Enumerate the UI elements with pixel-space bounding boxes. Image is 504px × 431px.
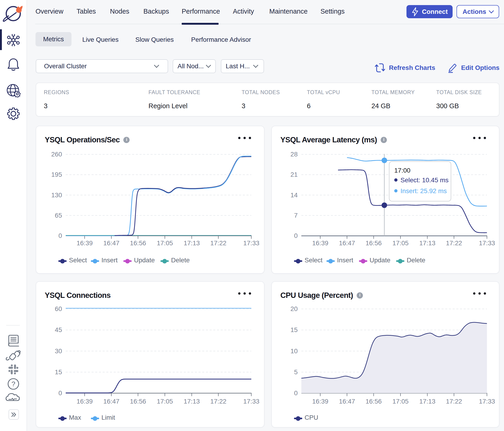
svg-text:17:13: 17:13 (183, 398, 200, 405)
svg-text:15: 15 (55, 368, 62, 376)
svg-text:16:56: 16:56 (365, 398, 382, 405)
svg-text:16:47: 16:47 (339, 398, 355, 405)
svg-text:16:47: 16:47 (339, 239, 355, 247)
svg-text:20: 20 (290, 305, 298, 312)
svg-text:17:33: 17:33 (479, 239, 495, 247)
svg-text:16:39: 16:39 (312, 398, 328, 405)
svg-text:0: 0 (294, 232, 298, 239)
svg-text:17:22: 17:22 (446, 239, 462, 247)
svg-text:65: 65 (55, 212, 62, 219)
svg-text:?: ? (11, 380, 16, 388)
svg-text:16:56: 16:56 (130, 398, 146, 405)
svg-text:16:56: 16:56 (365, 239, 382, 247)
svg-text:Insert: 25.92 ms: Insert: 25.92 ms (400, 187, 447, 194)
svg-text:17:22: 17:22 (446, 398, 462, 405)
svg-text:15: 15 (290, 326, 298, 333)
svg-text:17:13: 17:13 (419, 239, 435, 247)
svg-text:14: 14 (290, 192, 298, 199)
svg-text:0: 0 (58, 232, 62, 239)
svg-text:17:05: 17:05 (392, 398, 409, 405)
svg-text:21: 21 (290, 171, 298, 178)
svg-text:17:13: 17:13 (419, 398, 435, 405)
svg-text:17:22: 17:22 (210, 398, 226, 405)
svg-text:16:39: 16:39 (77, 239, 93, 247)
svg-text:17:00: 17:00 (394, 167, 410, 174)
svg-text:17:33: 17:33 (243, 398, 259, 405)
svg-text:17:05: 17:05 (157, 398, 173, 405)
svg-text:16:47: 16:47 (103, 239, 119, 247)
svg-text:16:56: 16:56 (130, 239, 146, 247)
svg-text:30: 30 (55, 348, 62, 355)
svg-text:130: 130 (51, 192, 62, 199)
svg-text:17:05: 17:05 (392, 239, 409, 247)
svg-text:17:13: 17:13 (183, 239, 200, 247)
svg-text:16:47: 16:47 (103, 398, 119, 405)
svg-text:45: 45 (55, 326, 62, 333)
svg-text:17:33: 17:33 (479, 398, 495, 405)
svg-text:60: 60 (55, 305, 62, 312)
svg-text:16:39: 16:39 (312, 239, 328, 247)
svg-text:7: 7 (294, 212, 298, 219)
svg-text:0: 0 (58, 389, 62, 397)
svg-text:16:39: 16:39 (77, 398, 93, 405)
svg-text:0: 0 (294, 389, 298, 397)
svg-text:5: 5 (294, 368, 298, 376)
svg-text:17:22: 17:22 (210, 239, 226, 247)
svg-text:10: 10 (290, 348, 298, 355)
svg-text:28: 28 (290, 151, 298, 158)
svg-text:195: 195 (51, 171, 62, 178)
svg-text:17:33: 17:33 (243, 239, 259, 247)
svg-text:17:05: 17:05 (157, 239, 173, 247)
svg-text:260: 260 (51, 151, 62, 158)
svg-text:Select: 10.45 ms: Select: 10.45 ms (400, 176, 449, 184)
